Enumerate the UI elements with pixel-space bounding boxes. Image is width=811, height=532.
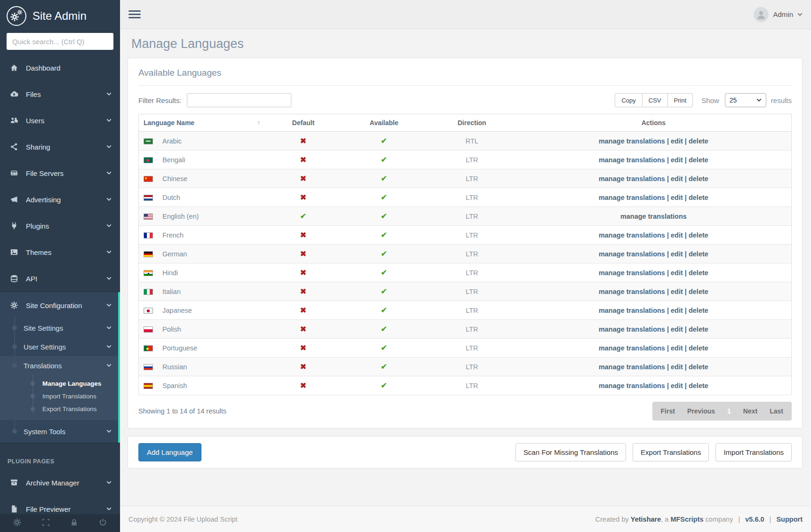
show-results-select[interactable]: 25	[725, 93, 766, 107]
pagination-next[interactable]: Next	[737, 407, 763, 415]
delete-link[interactable]: delete	[689, 382, 708, 389]
manage-translations-link[interactable]: manage translations	[599, 307, 665, 314]
pagination-current-page[interactable]: 1	[721, 407, 737, 415]
delete-link[interactable]: delete	[689, 156, 708, 164]
edit-link[interactable]: edit	[671, 363, 683, 371]
delete-link[interactable]: delete	[689, 363, 708, 371]
edit-link[interactable]: edit	[671, 344, 683, 352]
manage-translations-link[interactable]: manage translations	[599, 382, 665, 389]
print-button[interactable]: Print	[668, 93, 693, 107]
sidebar-item-translations[interactable]: Translations	[0, 356, 120, 375]
manage-translations-link[interactable]: manage translations	[599, 288, 665, 295]
home-icon	[10, 64, 18, 72]
edit-link[interactable]: edit	[671, 231, 683, 239]
sidebar-item-themes[interactable]: Themes	[0, 239, 120, 265]
delete-link[interactable]: delete	[689, 307, 708, 314]
column-header-available[interactable]: Available	[340, 114, 428, 132]
edit-link[interactable]: edit	[671, 175, 683, 183]
sidebar-item-system-tools[interactable]: System Tools	[0, 420, 120, 443]
sidebar-item-api[interactable]: API	[0, 265, 120, 292]
edit-link[interactable]: edit	[671, 269, 683, 277]
settings-gear-icon[interactable]	[13, 518, 22, 529]
pagination-first[interactable]: First	[655, 407, 681, 415]
credit-company[interactable]: MFScripts	[670, 516, 703, 523]
fullscreen-icon[interactable]	[41, 518, 50, 529]
sidebar-item-sharing[interactable]: Sharing	[0, 134, 120, 160]
delete-link[interactable]: delete	[689, 137, 708, 145]
import-translations-button[interactable]: Import Translations	[715, 443, 792, 461]
delete-link[interactable]: delete	[689, 269, 708, 277]
column-header-direction[interactable]: Direction	[428, 114, 515, 132]
menu-toggle-icon[interactable]	[128, 8, 141, 20]
sidebar-item-export-translations[interactable]: Export Translations	[0, 403, 120, 415]
export-translations-button[interactable]: Export Translations	[633, 443, 709, 461]
sidebar-item-plugins[interactable]: Plugins	[0, 213, 120, 239]
add-language-button[interactable]: Add Language	[138, 443, 201, 461]
delete-link[interactable]: delete	[689, 288, 708, 295]
available-check-icon: ✔	[381, 193, 387, 201]
row-actions: manage translations | edit | delete	[516, 226, 792, 245]
direction-value: LTR	[428, 188, 515, 207]
manage-translations-link[interactable]: manage translations	[599, 269, 665, 277]
column-header-actions[interactable]: Actions	[516, 114, 792, 132]
scan-for-missing-translations-button[interactable]: Scan For Missing Translations	[515, 443, 626, 461]
chevron-down-icon	[106, 481, 112, 484]
csv-button[interactable]: CSV	[642, 93, 668, 107]
credit-brand[interactable]: Yetishare	[631, 516, 661, 523]
manage-translations-link[interactable]: manage translations	[599, 326, 665, 333]
available-check-icon: ✔	[381, 212, 387, 220]
power-icon[interactable]	[98, 518, 107, 529]
column-header-language-name[interactable]: Language Name	[139, 114, 267, 132]
edit-link[interactable]: edit	[671, 307, 683, 314]
delete-link[interactable]: delete	[689, 231, 708, 239]
user-menu[interactable]: Admin	[754, 7, 803, 22]
delete-link[interactable]: delete	[689, 326, 708, 333]
delete-link[interactable]: delete	[689, 194, 708, 201]
sidebar-item-import-translations[interactable]: Import Translations	[0, 390, 120, 403]
direction-value: LTR	[428, 301, 515, 320]
sidebar-item-archive-manager[interactable]: Archive Manager	[0, 469, 120, 496]
sidebar-item-dashboard[interactable]: Dashboard	[0, 55, 120, 81]
sidebar-item-site-settings[interactable]: Site Settings	[0, 318, 120, 337]
edit-link[interactable]: edit	[671, 194, 683, 201]
sidebar-item-advertising[interactable]: Advertising	[0, 186, 120, 213]
manage-translations-link[interactable]: manage translations	[599, 250, 665, 258]
delete-link[interactable]: delete	[689, 344, 708, 352]
edit-link[interactable]: edit	[671, 288, 683, 295]
manage-translations-link[interactable]: manage translations	[599, 194, 665, 201]
edit-link[interactable]: edit	[671, 137, 683, 145]
manage-translations-link[interactable]: manage translations	[599, 156, 665, 164]
delete-link[interactable]: delete	[689, 250, 708, 258]
sidebar-item-file-previewer[interactable]: File Previewer	[0, 496, 120, 514]
sidebar-item-users[interactable]: Users	[0, 107, 120, 134]
sidebar-item-label: Translations	[24, 362, 62, 370]
sidebar-item-file-servers[interactable]: File Servers	[0, 160, 120, 186]
table-row-russian: Russian✖✔LTRmanage translations | edit |…	[139, 357, 792, 376]
edit-link[interactable]: edit	[671, 326, 683, 333]
manage-translations-link[interactable]: manage translations	[599, 363, 665, 371]
sidebar-item-site-configuration[interactable]: Site Configuration	[0, 292, 120, 318]
sidebar-item-files[interactable]: Files	[0, 81, 120, 107]
available-check-icon: ✔	[381, 363, 387, 371]
delete-link[interactable]: delete	[689, 175, 708, 183]
support-link[interactable]: Support	[776, 516, 803, 523]
manage-translations-link[interactable]: manage translations	[599, 175, 665, 183]
pagination-previous[interactable]: Previous	[681, 407, 721, 415]
edit-link[interactable]: edit	[671, 382, 683, 389]
quick-search-input[interactable]	[7, 33, 113, 50]
sidebar-item-user-settings[interactable]: User Settings	[0, 337, 120, 356]
lock-icon[interactable]	[70, 518, 79, 529]
edit-link[interactable]: edit	[671, 156, 683, 164]
manage-translations-link[interactable]: manage translations	[599, 344, 665, 352]
manage-translations-link[interactable]: manage translations	[599, 231, 665, 239]
filter-input[interactable]	[187, 93, 291, 107]
copy-button[interactable]: Copy	[615, 93, 642, 107]
column-header-default[interactable]: Default	[266, 114, 340, 132]
action-separator: |	[683, 175, 689, 183]
sidebar-item-manage-languages[interactable]: Manage Languages	[0, 377, 120, 390]
manage-translations-link[interactable]: manage translations	[620, 213, 687, 220]
sort-icon[interactable]	[256, 120, 262, 126]
pagination-last[interactable]: Last	[763, 407, 789, 415]
manage-translations-link[interactable]: manage translations	[599, 137, 665, 145]
edit-link[interactable]: edit	[671, 250, 683, 258]
